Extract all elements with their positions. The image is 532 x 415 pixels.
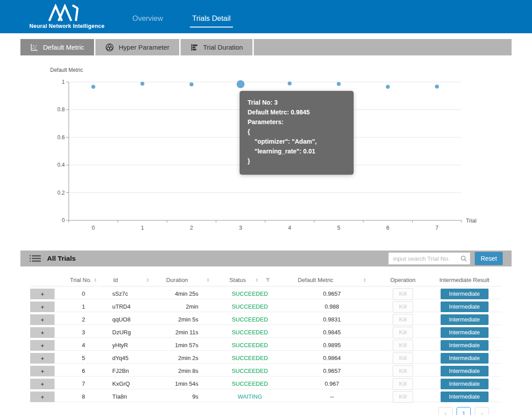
sort-icon[interactable]: ▲▼ xyxy=(363,278,366,282)
intermediate-button[interactable]: Intermediate xyxy=(441,353,489,364)
tab-hyper-parameter[interactable]: Hyper Parameter xyxy=(95,39,181,55)
cell-operation: Kill xyxy=(378,392,427,402)
nav-overview[interactable]: Overview xyxy=(130,14,165,27)
sort-icon[interactable]: ▲▼ xyxy=(94,278,97,282)
intermediate-button[interactable]: Intermediate xyxy=(441,379,489,389)
tab-label: Trial Duration xyxy=(203,43,243,51)
trial-tooltip: Trial No: 3Default Metrc: 0.9845Paramete… xyxy=(240,91,354,175)
kill-button[interactable]: Kill xyxy=(393,352,413,364)
expand-row-button[interactable]: + xyxy=(30,353,55,364)
intermediate-button[interactable]: Intermediate xyxy=(441,392,489,402)
column-header-default-metric[interactable]: Default Metric▲▼ xyxy=(285,274,378,286)
cell-status: SUCCEEDED xyxy=(214,379,285,389)
reset-button[interactable]: Reset xyxy=(475,252,503,265)
intermediate-button[interactable]: Intermediate xyxy=(441,366,489,376)
expand-row-button[interactable]: + xyxy=(30,392,55,402)
filter-icon[interactable] xyxy=(265,278,270,282)
cell-operation: Kill xyxy=(378,289,427,299)
trial-point-4[interactable] xyxy=(288,82,292,86)
expand-row-button[interactable]: + xyxy=(30,379,55,389)
intermediate-button[interactable]: Intermediate xyxy=(441,301,489,312)
expand-row-button[interactable]: + xyxy=(30,327,55,338)
cell-operation: Kill xyxy=(378,366,427,376)
svg-text:0.2: 0.2 xyxy=(57,190,65,196)
sort-icon[interactable]: ▲▼ xyxy=(207,278,209,282)
kill-button[interactable]: Kill xyxy=(393,301,413,313)
column-header-duration[interactable]: Duration▲▼ xyxy=(161,274,214,286)
table-rows: +0sSz7c4min 25sSUCCEEDED0.9657KillInterm… xyxy=(30,289,501,402)
column-header-trial-no-[interactable]: Trial No.▲▼ xyxy=(55,274,112,286)
cell-duration: 2min 8s xyxy=(161,366,214,376)
column-label: Trial No. xyxy=(70,277,92,283)
svg-text:Default Metric: Default Metric xyxy=(50,67,83,73)
duration-bars-icon xyxy=(190,43,198,51)
cell-trial-no: 5 xyxy=(55,353,112,363)
expand-row-button[interactable]: + xyxy=(30,301,55,312)
column-header-id[interactable]: Id▲▼ xyxy=(112,274,161,286)
intermediate-button[interactable]: Intermediate xyxy=(441,289,489,299)
cell-id: yHtyR xyxy=(112,340,161,350)
svg-text:7: 7 xyxy=(435,225,438,231)
svg-text:Trial: Trial xyxy=(466,218,477,224)
expand-row-button[interactable]: + xyxy=(30,289,55,299)
kill-button[interactable]: Kill xyxy=(393,378,413,390)
cell-operation: Kill xyxy=(378,379,427,389)
cell-status: SUCCEEDED xyxy=(214,327,285,337)
search-box xyxy=(388,252,470,265)
app-header: Neural Network Intelligence OverviewTria… xyxy=(0,0,532,33)
tooltip-line: { xyxy=(248,127,346,137)
cell-intermediate-result: Intermediate xyxy=(427,392,501,402)
intermediate-button[interactable]: Intermediate xyxy=(441,340,489,351)
cell-trial-no: 0 xyxy=(55,289,112,299)
trial-point-6[interactable] xyxy=(386,85,390,89)
sort-icon[interactable]: ▲▼ xyxy=(146,278,149,282)
cell-operation: Kill xyxy=(378,314,427,325)
intermediate-button[interactable]: Intermediate xyxy=(441,314,489,325)
svg-text:2: 2 xyxy=(190,225,193,231)
trial-point-2[interactable] xyxy=(189,82,193,86)
column-label: Intermediate Result xyxy=(439,277,489,283)
pagination-prev-button[interactable]: ‹ xyxy=(438,407,453,415)
trial-point-5[interactable] xyxy=(337,82,341,86)
search-trial-input[interactable] xyxy=(388,252,470,265)
scatter-chart-icon xyxy=(30,43,38,51)
trial-point-0[interactable] xyxy=(91,85,95,89)
cell-status: SUCCEEDED xyxy=(214,289,285,299)
table-row: +7KxGrQ1min 54sSUCCEEDED0.967KillInterme… xyxy=(30,379,501,389)
expand-row-button[interactable]: + xyxy=(30,314,55,325)
tab-default-metric[interactable]: Default Metric xyxy=(20,39,95,55)
kill-button[interactable]: Kill xyxy=(393,340,413,351)
expand-row-button[interactable]: + xyxy=(30,340,55,351)
cell-trial-no: 7 xyxy=(55,379,112,389)
kill-button[interactable]: Kill xyxy=(393,314,413,325)
kill-button[interactable]: Kill xyxy=(393,288,413,300)
hyper-parameter-icon xyxy=(105,43,114,52)
pagination-page-1-button[interactable]: 1 xyxy=(457,407,471,415)
svg-text:0.4: 0.4 xyxy=(57,162,65,168)
trial-point-7[interactable] xyxy=(435,85,439,89)
cell-id: TIa8n xyxy=(112,392,161,402)
intermediate-button[interactable]: Intermediate xyxy=(441,327,489,338)
tooltip-line: Trial No: 3 xyxy=(248,98,346,107)
kill-button[interactable]: Kill xyxy=(393,365,413,377)
cell-default-metric: 0.988 xyxy=(285,301,378,312)
kill-button[interactable]: Kill xyxy=(393,391,413,403)
kill-button[interactable]: Kill xyxy=(393,327,413,338)
search-icon[interactable] xyxy=(461,255,467,263)
nni-logo[interactable]: Neural Network Intelligence xyxy=(29,4,104,29)
sort-icon[interactable]: ▲▼ xyxy=(256,278,258,282)
cell-status: SUCCEEDED xyxy=(214,353,285,363)
svg-text:3: 3 xyxy=(239,225,242,231)
svg-text:0.8: 0.8 xyxy=(57,106,65,113)
cell-default-metric: 0.9864 xyxy=(285,353,378,363)
expand-row-button[interactable]: + xyxy=(30,366,55,376)
nav-trials-detail[interactable]: Trials Detail xyxy=(190,14,233,27)
cell-operation: Kill xyxy=(378,301,427,312)
column-header-status[interactable]: Status▲▼ xyxy=(214,274,285,286)
cell-duration: 1min 54s xyxy=(161,379,214,389)
svg-text:1: 1 xyxy=(141,225,144,231)
trial-point-3[interactable] xyxy=(236,80,244,88)
pagination-next-button[interactable]: › xyxy=(475,407,489,415)
trial-point-1[interactable] xyxy=(140,82,144,86)
tab-trial-duration[interactable]: Trial Duration xyxy=(181,39,254,55)
